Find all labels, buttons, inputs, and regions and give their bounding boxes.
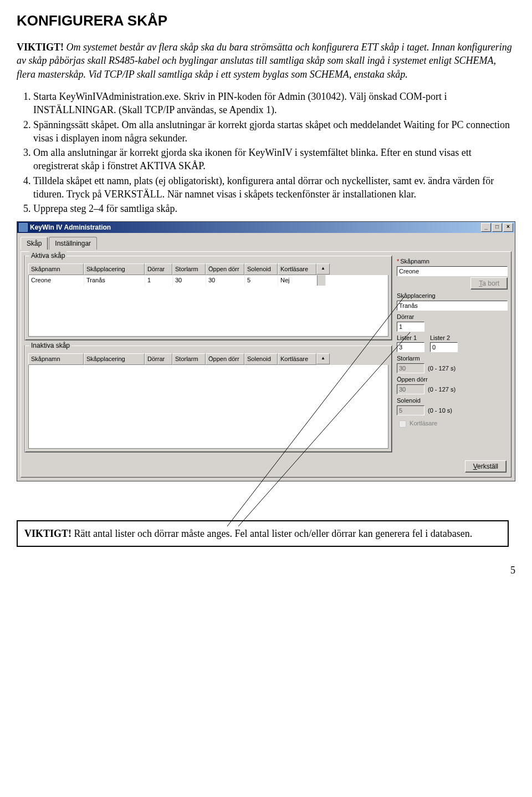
cell-open: 30 — [206, 275, 245, 286]
hint-solenoid: (0 - 10 s) — [428, 407, 452, 415]
hint-open: (0 - 127 s) — [428, 385, 456, 394]
page-title: KONFIGURERA SKÅP — [17, 11, 515, 31]
input-plats[interactable] — [397, 301, 508, 311]
col-dorrar[interactable]: Dörrar — [145, 263, 172, 275]
minimize-button[interactable]: _ — [481, 223, 491, 232]
aktiva-list[interactable]: Creone Tranås 1 30 30 5 Nej — [28, 275, 388, 337]
step-3: Om alla anslutningar är korrekt gjorda s… — [33, 146, 515, 173]
aktiva-header: Skåpnamn Skåpplacering Dörrar Storlarm Ö… — [28, 263, 388, 275]
inaktiva-header: Skåpnamn Skåpplacering Dörrar Storlarm Ö… — [28, 353, 388, 365]
maximize-button[interactable]: □ — [492, 223, 502, 232]
scroll-up-icon[interactable]: ▲ — [316, 263, 330, 275]
app-title: KeyWin IV Administration — [30, 223, 111, 232]
col-reader[interactable]: Kortläsare — [278, 263, 316, 275]
warning-box: VIKTIGT! Rätt antal lister och dörrar må… — [17, 520, 509, 547]
cell-alarm: 30 — [173, 275, 206, 286]
step-4: Tilldela skåpet ett namn, plats (ej obli… — [33, 174, 515, 201]
col-plats[interactable]: Skåpplacering — [84, 263, 145, 275]
input-lister1[interactable] — [397, 342, 424, 352]
col2-reader[interactable]: Kortläsare — [278, 353, 316, 365]
page-number: 5 — [17, 564, 515, 577]
tab-installningar[interactable]: Inställningar — [49, 237, 97, 250]
titlebar: KeyWin IV Administration _ □ × — [17, 222, 515, 233]
col-open[interactable]: Öppen dörr — [206, 263, 244, 275]
cell-sol: 5 — [245, 275, 278, 286]
label-solenoid: Solenoid — [397, 397, 508, 405]
inaktiva-list[interactable] — [28, 365, 388, 449]
label-storlarm: Storlarm — [397, 354, 508, 363]
label-lister1: Lister 1 — [397, 334, 424, 342]
app-window: KeyWin IV Administration _ □ × Skåp Inst… — [17, 221, 515, 481]
col2-solenoid[interactable]: Solenoid — [244, 353, 278, 365]
app-screenshot: KeyWin IV Administration _ □ × Skåp Inst… — [17, 221, 515, 481]
button-tabort[interactable]: TTa borta bort — [470, 277, 508, 290]
intro-paragraph: VIKTIGT! Om systemet består av flera skå… — [17, 40, 515, 81]
checkbox-kortlasare[interactable]: Kortläsare — [397, 419, 508, 429]
input-lister2[interactable] — [430, 342, 458, 352]
tab-skap[interactable]: Skåp — [21, 237, 48, 250]
step-2: Spänningssätt skåpet. Om alla anslutning… — [33, 118, 515, 145]
hint-storlarm: (0 - 127 s) — [428, 364, 456, 373]
input-storlarm[interactable] — [397, 363, 424, 373]
col2-plats[interactable]: Skåpplacering — [84, 353, 145, 365]
intro-text: Om systemet består av flera skåp ska du … — [17, 42, 512, 80]
col-solenoid[interactable]: Solenoid — [244, 263, 278, 275]
col2-storlarm[interactable]: Storlarm — [172, 353, 206, 365]
legend-inaktiva: Inaktiva skåp — [29, 341, 71, 350]
table-row[interactable]: Creone Tranås 1 30 30 5 Nej — [29, 275, 388, 286]
legend-aktiva: Aktiva skåp — [29, 251, 66, 260]
col-storlarm[interactable]: Storlarm — [172, 263, 206, 275]
cell-doors: 1 — [145, 275, 173, 286]
group-inaktiva: Inaktiva skåp Skåpnamn Skåpplacering Dör… — [24, 345, 392, 453]
label-open: Öppen dörr — [397, 375, 508, 384]
input-open[interactable] — [397, 384, 424, 394]
col2-skapnamn[interactable]: Skåpnamn — [28, 353, 84, 365]
button-verkstall[interactable]: Verkställ — [465, 460, 507, 473]
app-icon — [19, 223, 28, 232]
input-dorrar[interactable] — [397, 322, 424, 332]
group-aktiva: Aktiva skåp Skåpnamn Skåpplacering Dörra… — [24, 255, 392, 341]
step-1: Starta KeyWinIVAdministration.exe. Skriv… — [33, 90, 515, 117]
scroll-up-icon-2[interactable]: ▲ — [316, 353, 330, 364]
label-dorrar: Dörrar — [397, 313, 508, 321]
input-skapnamn[interactable] — [397, 266, 508, 276]
cell-place: Tranås — [84, 275, 145, 286]
col2-open[interactable]: Öppen dörr — [206, 353, 244, 365]
note-bold: VIKTIGT! — [24, 528, 71, 539]
input-solenoid[interactable] — [397, 405, 424, 415]
step-5: Upprepa steg 2–4 för samtliga skåp. — [33, 202, 515, 215]
col-skapnamn[interactable]: Skåpnamn — [28, 263, 84, 275]
col2-dorrar[interactable]: Dörrar — [145, 353, 172, 365]
cell-name: Creone — [29, 275, 84, 286]
close-button[interactable]: × — [503, 223, 513, 232]
label-plats: Skåpplacering — [397, 292, 508, 300]
label-skapnamn: *Skåpnamn — [397, 257, 508, 266]
note-text: Rätt antal lister och dörrar måste anges… — [71, 528, 472, 539]
cell-reader: Nej — [278, 275, 317, 286]
intro-bold: VIKTIGT! — [17, 42, 64, 53]
steps-list: Starta KeyWinIVAdministration.exe. Skriv… — [17, 90, 515, 216]
label-lister2: Lister 2 — [430, 334, 458, 342]
